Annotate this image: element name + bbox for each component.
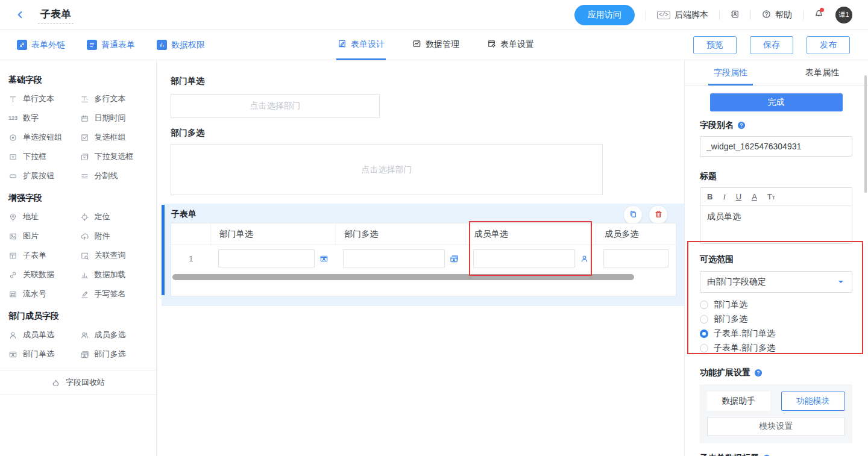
cell-input-2[interactable] <box>473 249 575 267</box>
scrollbar-thumb[interactable] <box>172 274 634 280</box>
toolbar-link-0[interactable]: 表单外链 <box>17 40 65 51</box>
field-item-关联数据[interactable]: 关联数据 <box>8 265 80 284</box>
alias-input[interactable] <box>700 136 852 157</box>
page-title[interactable]: 子表单 <box>38 6 74 24</box>
tab-2[interactable]: 表单设置 <box>486 30 535 60</box>
panel-scrollbar[interactable] <box>864 75 867 193</box>
column-header-1[interactable]: 部门多选 <box>336 223 465 245</box>
done-button[interactable]: 完成 <box>710 93 843 111</box>
field-item-关联查询[interactable]: 关联查询 <box>80 246 152 265</box>
column-header-2[interactable]: 成员单选 <box>466 223 596 245</box>
field-item-流水号[interactable]: 流水号 <box>8 284 80 304</box>
field-item-部门多选[interactable]: 部门多选 <box>80 345 152 364</box>
code-icon: </> <box>657 11 670 19</box>
field-item-部门单选[interactable]: 部门单选 <box>8 345 80 364</box>
selection-bar <box>162 205 165 295</box>
range-option-0[interactable]: 部门单选 <box>700 298 852 312</box>
linked-data-icon <box>8 270 17 280</box>
tab-1[interactable]: 数据管理 <box>411 30 461 60</box>
field-item-复选框组[interactable]: 复选框组 <box>80 128 152 147</box>
field-item-地址[interactable]: 地址 <box>8 207 80 226</box>
backend-script-button[interactable]: </> 后端脚本 <box>657 10 708 20</box>
range-option-1[interactable]: 部门多选 <box>700 312 852 326</box>
subform-title: 子表单 <box>171 209 197 220</box>
panel-tab-0[interactable]: 字段属性 <box>685 60 776 85</box>
dept-single-icon[interactable] <box>319 254 329 263</box>
field-item-手写签名[interactable]: 手写签名 <box>80 284 152 304</box>
richtext-I-button[interactable]: I <box>723 193 725 201</box>
toolbar-links: 表单外链 普通表单 数据权限 <box>0 40 205 51</box>
dept-multi-icon[interactable] <box>450 254 459 263</box>
field-recycle-button[interactable]: 字段回收站 <box>0 370 156 395</box>
dept-multi-picker[interactable]: 点击选择部门 <box>171 144 603 195</box>
tab-0[interactable]: 表单设计 <box>336 30 386 60</box>
field-item-下拉复选框[interactable]: 下拉复选框 <box>80 147 152 166</box>
dept-single-picker[interactable]: 点击选择部门 <box>171 94 380 118</box>
divider-icon <box>80 172 89 181</box>
richtext-A-button[interactable]: A <box>752 193 757 201</box>
richtext-T-button[interactable]: TT <box>767 193 775 201</box>
copy-widget-button[interactable] <box>624 206 642 224</box>
help-icon[interactable] <box>737 121 746 130</box>
field-item-单行文本[interactable]: 单行文本 <box>8 89 80 108</box>
delete-widget-button[interactable] <box>649 206 667 224</box>
action-button-0[interactable]: 预览 <box>693 36 737 54</box>
extension-button-1[interactable]: 功能模块 <box>781 392 846 411</box>
help-button[interactable]: 帮助 <box>762 10 792 20</box>
cell-input-3[interactable] <box>603 249 668 267</box>
contacts-icon <box>731 10 740 20</box>
field-item-数字[interactable]: 123数字 <box>8 108 80 128</box>
column-header-rownum <box>171 223 211 245</box>
question-icon <box>762 10 771 20</box>
app-access-button[interactable]: 应用访问 <box>574 5 635 25</box>
title-textarea[interactable]: 成员单选 <box>700 206 852 243</box>
extension-button-0[interactable]: 数据助手 <box>707 392 770 411</box>
richtext-B-button[interactable]: B <box>707 193 712 201</box>
module-settings-button[interactable]: 模块设置 <box>707 417 845 436</box>
toolbar-link-1[interactable]: 普通表单 <box>87 40 135 51</box>
field-item-扩展按钮[interactable]: 扩展按钮 <box>8 166 80 186</box>
field-item-数据加载[interactable]: 数据加载 <box>80 265 152 284</box>
help-icon[interactable] <box>754 369 763 377</box>
notification-dot <box>820 8 824 12</box>
panel-tab-1[interactable]: 表单属性 <box>776 60 868 85</box>
chevron-down-icon <box>830 272 852 292</box>
cell-input-0[interactable] <box>218 249 315 267</box>
field-item-定位[interactable]: 定位 <box>80 207 152 226</box>
action-button-1[interactable]: 保存 <box>750 36 793 54</box>
title-editor: BIUATT 成员单选 <box>700 187 852 244</box>
form-design-icon <box>338 39 347 50</box>
action-button-2[interactable]: 发布 <box>807 36 850 54</box>
field-item-分割线[interactable]: 分割线 <box>80 166 152 186</box>
range-option-2[interactable]: 子表单.部门单选 <box>700 326 852 341</box>
member-single-icon[interactable] <box>580 254 589 263</box>
column-header-0[interactable]: 部门单选 <box>211 223 336 245</box>
field-item-成员单选[interactable]: 成员单选 <box>8 325 80 345</box>
top-left: 子表单 <box>0 6 74 24</box>
column-header-3[interactable]: 成员多选 <box>596 223 676 245</box>
range-dropdown[interactable]: 由部门字段确定 <box>700 271 852 293</box>
back-icon[interactable] <box>16 10 25 19</box>
app: 子表单 应用访问 </> 后端脚本 帮助 谭1 <box>0 0 868 456</box>
field-item-多行文本[interactable]: 多行文本 <box>80 89 152 108</box>
contacts-button[interactable] <box>731 10 740 20</box>
avatar[interactable]: 谭1 <box>835 7 852 23</box>
field-item-附件[interactable]: 附件 <box>80 226 152 246</box>
field-item-图片[interactable]: 图片 <box>8 226 80 246</box>
field-grid: 地址 定位 图片 附件 子表单 关联查询 关联数据 数据加载 流水号 手写签名 <box>0 207 156 305</box>
copy-icon <box>629 210 638 221</box>
cell-input-1[interactable] <box>343 249 444 267</box>
field-item-下拉框[interactable]: 下拉框 <box>8 147 80 166</box>
notifications-button[interactable] <box>814 9 823 20</box>
subform-widget[interactable]: 子表单 部门单选部门多选成员单选成员多选 1 <box>162 204 684 306</box>
alias-label-row: 字段别名 <box>700 120 852 131</box>
field-item-子表单[interactable]: 子表单 <box>8 246 80 265</box>
field-item-日期时间[interactable]: 日期时间 <box>80 108 152 128</box>
field-item-成员多选[interactable]: 成员多选 <box>80 325 152 345</box>
toolbar-link-2[interactable]: 数据权限 <box>157 40 205 51</box>
range-label: 可选范围 <box>700 254 852 265</box>
richtext-U-button[interactable]: U <box>736 193 741 201</box>
data-manage-icon <box>412 39 421 50</box>
field-item-单选按钮组[interactable]: 单选按钮组 <box>8 128 80 147</box>
range-option-3[interactable]: 子表单.部门多选 <box>700 341 852 355</box>
